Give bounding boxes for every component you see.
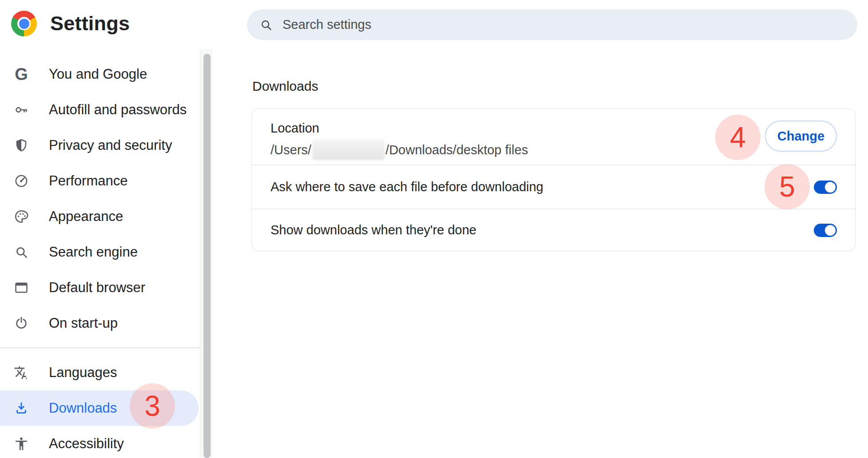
- sidebar-item-downloads[interactable]: Downloads: [0, 390, 199, 426]
- magnifier-icon: [13, 244, 29, 260]
- sidebar-item-performance[interactable]: Performance: [0, 163, 200, 199]
- location-row: Location /Users/ /Downloads/desktop file…: [252, 108, 855, 165]
- show-downloads-toggle[interactable]: [814, 224, 837, 237]
- change-button[interactable]: Change: [765, 121, 837, 152]
- browser-window-icon: [13, 280, 29, 296]
- location-label: Location: [271, 121, 837, 136]
- google-g-icon: G: [13, 66, 29, 82]
- show-downloads-label: Show downloads when they're done: [271, 223, 476, 237]
- downloads-settings-card: Location /Users/ /Downloads/desktop file…: [251, 108, 856, 251]
- sidebar-item-accessibility[interactable]: Accessibility: [0, 426, 200, 458]
- app-header: Settings: [11, 11, 130, 36]
- toggle-knob: [825, 182, 836, 193]
- download-icon: [13, 400, 29, 416]
- sidebar-scrollbar-thumb[interactable]: [203, 54, 211, 458]
- sidebar-item-privacy[interactable]: Privacy and security: [0, 128, 200, 163]
- search-input[interactable]: [282, 17, 845, 32]
- speedometer-icon: [13, 173, 29, 189]
- ask-where-label: Ask where to save each file before downl…: [271, 180, 543, 194]
- location-path: /Users/ /Downloads/desktop files: [271, 140, 837, 160]
- sidebar-item-appearance[interactable]: Appearance: [0, 199, 200, 234]
- chrome-logo-icon: [11, 11, 37, 36]
- sidebar-item-search-engine[interactable]: Search engine: [0, 234, 200, 270]
- sidebar-item-you-and-google[interactable]: G You and Google: [0, 56, 200, 92]
- sidebar-item-languages[interactable]: Languages: [0, 355, 200, 390]
- location-path-suffix: /Downloads/desktop files: [386, 143, 528, 157]
- palette-icon: [13, 209, 29, 225]
- ask-where-toggle[interactable]: [814, 181, 837, 194]
- redacted-username: [312, 140, 385, 160]
- sidebar-divider: [0, 347, 200, 348]
- search-icon: [259, 18, 273, 32]
- accessibility-icon: [13, 436, 29, 452]
- location-path-prefix: /Users/: [271, 143, 311, 157]
- sidebar-nav: G You and Google Autofill and passwords …: [0, 56, 200, 458]
- key-icon: [13, 102, 29, 118]
- toggle-knob: [825, 225, 836, 236]
- page-title: Downloads: [252, 79, 318, 94]
- power-icon: [13, 315, 29, 331]
- translate-icon: [13, 365, 29, 381]
- settings-search-bar[interactable]: [247, 9, 857, 40]
- settings-sidebar: Settings G You and Google Autofill and p…: [0, 0, 200, 458]
- sidebar-item-autofill[interactable]: Autofill and passwords: [0, 92, 200, 128]
- show-downloads-row: Show downloads when they're done: [252, 209, 855, 251]
- shield-icon: [13, 137, 29, 153]
- sidebar-item-on-startup[interactable]: On start-up: [0, 305, 200, 341]
- app-title: Settings: [50, 12, 130, 35]
- sidebar-item-default-browser[interactable]: Default browser: [0, 270, 200, 305]
- ask-where-row: Ask where to save each file before downl…: [252, 165, 855, 209]
